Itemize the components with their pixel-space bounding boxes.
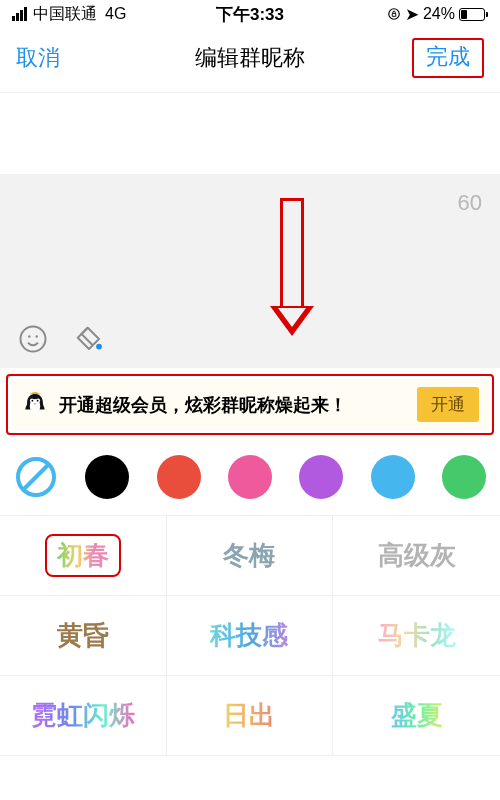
svg-point-4 bbox=[96, 344, 102, 350]
promo-text: 开通超级会员，炫彩群昵称燥起来！ bbox=[59, 393, 407, 417]
style-grid: 初春 冬梅 高级灰 黄昏 科技感 马卡龙 霓虹闪烁 日出 盛夏 bbox=[0, 515, 500, 756]
status-right: ➤ 24% bbox=[387, 4, 488, 25]
battery-icon bbox=[459, 8, 488, 21]
nickname-input[interactable] bbox=[0, 92, 500, 174]
style-dongmei[interactable]: 冬梅 bbox=[167, 516, 334, 596]
promo-action-button[interactable]: 开通 bbox=[417, 387, 479, 422]
location-icon: ➤ bbox=[405, 4, 419, 25]
status-time: 下午3:33 bbox=[216, 3, 284, 26]
color-picker-row bbox=[0, 443, 500, 515]
counter-row: 60 bbox=[0, 174, 500, 316]
network-type: 4G bbox=[105, 5, 126, 23]
orientation-lock-icon bbox=[387, 7, 401, 21]
svg-line-11 bbox=[24, 465, 48, 489]
style-makalong[interactable]: 马卡龙 bbox=[333, 596, 500, 676]
status-left: 中国联通 4G bbox=[12, 4, 126, 25]
style-richu[interactable]: 日出 bbox=[167, 676, 334, 756]
color-green[interactable] bbox=[442, 455, 486, 499]
cancel-button[interactable]: 取消 bbox=[16, 43, 60, 73]
style-chuchun[interactable]: 初春 bbox=[0, 516, 167, 596]
paint-bucket-icon[interactable] bbox=[74, 324, 104, 354]
promo-annotation-frame: 开通超级会员，炫彩群昵称燥起来！ 开通 bbox=[6, 374, 494, 435]
style-label: 黄昏 bbox=[57, 618, 109, 653]
color-red[interactable] bbox=[157, 455, 201, 499]
svg-point-0 bbox=[389, 9, 400, 20]
style-label: 日出 bbox=[223, 698, 275, 733]
vip-promo-banner[interactable]: 开通超级会员，炫彩群昵称燥起来！ 开通 bbox=[11, 379, 489, 430]
svg-point-9 bbox=[37, 399, 39, 401]
style-label: 盛夏 bbox=[391, 698, 443, 733]
color-black[interactable] bbox=[85, 455, 129, 499]
style-label: 科技感 bbox=[210, 618, 288, 653]
svg-point-8 bbox=[32, 399, 34, 401]
char-counter: 60 bbox=[458, 190, 482, 215]
style-label: 高级灰 bbox=[378, 538, 456, 573]
penguin-icon bbox=[21, 391, 49, 419]
svg-point-2 bbox=[28, 335, 31, 338]
carrier: 中国联通 bbox=[33, 4, 97, 25]
color-none[interactable] bbox=[14, 455, 58, 499]
done-button[interactable]: 完成 bbox=[412, 38, 484, 78]
style-keji[interactable]: 科技感 bbox=[167, 596, 334, 676]
color-purple[interactable] bbox=[299, 455, 343, 499]
nav-bar: 取消 编辑群昵称 完成 bbox=[0, 26, 500, 92]
emoji-icon[interactable] bbox=[18, 324, 48, 354]
color-pink[interactable] bbox=[228, 455, 272, 499]
signal-icon bbox=[12, 7, 27, 21]
style-label: 马卡龙 bbox=[378, 618, 456, 653]
style-label: 初春 bbox=[57, 540, 109, 570]
style-shengxia[interactable]: 盛夏 bbox=[333, 676, 500, 756]
style-label: 冬梅 bbox=[223, 538, 275, 573]
battery-pct: 24% bbox=[423, 5, 455, 23]
style-huanghun[interactable]: 黄昏 bbox=[0, 596, 167, 676]
style-neon[interactable]: 霓虹闪烁 bbox=[0, 676, 167, 756]
style-gaoji[interactable]: 高级灰 bbox=[333, 516, 500, 596]
svg-point-3 bbox=[36, 335, 39, 338]
page-title: 编辑群昵称 bbox=[195, 43, 305, 73]
status-bar: 中国联通 4G 下午3:33 ➤ 24% bbox=[0, 0, 500, 26]
svg-point-1 bbox=[21, 327, 46, 352]
input-toolbar bbox=[0, 316, 500, 368]
style-label: 霓虹闪烁 bbox=[31, 698, 135, 733]
color-blue[interactable] bbox=[371, 455, 415, 499]
